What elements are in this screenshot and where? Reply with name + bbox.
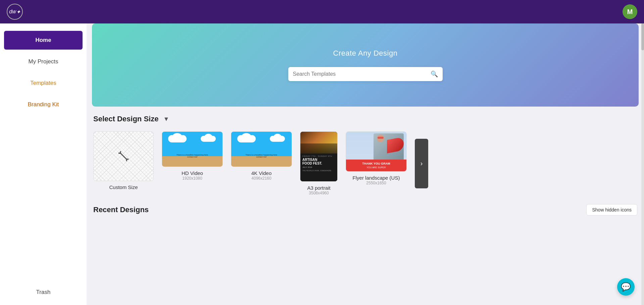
show-hidden-button[interactable]: Show hidden icons bbox=[586, 204, 637, 216]
hd-video-label: HD Video bbox=[182, 170, 203, 176]
chat-button[interactable]: 💬 bbox=[617, 278, 635, 296]
a3-portrait-thumbnail: FRIDAY 7TH - SUNDAY 9TH ARTISANFOOD FEST… bbox=[300, 131, 338, 182]
recent-designs-section: Recent Designs Show hidden icons bbox=[87, 199, 644, 219]
flyer-landscape-thumbnail: THANK YOU GRAMYOU ARE SUPER bbox=[346, 131, 407, 172]
logo[interactable]: dw✦ bbox=[7, 4, 23, 20]
a3-portrait-label: A3 portrait bbox=[307, 185, 330, 191]
4k-video-label: 4K Video bbox=[251, 170, 272, 176]
sidebar-spacer bbox=[0, 116, 87, 281]
design-size-title: Select Design Size bbox=[93, 115, 158, 123]
design-card-a3-portrait[interactable]: FRIDAY 7TH - SUNDAY 9TH ARTISANFOOD FEST… bbox=[300, 131, 338, 195]
top-navigation: dw✦ M bbox=[0, 0, 644, 23]
flyer-landscape-label: Flyer landscape (US) bbox=[353, 175, 400, 181]
design-card-hd-video[interactable]: There is a headline happening herecontac… bbox=[162, 131, 223, 181]
design-cards-row: Custom Size bbox=[93, 131, 637, 195]
design-card-flyer-landscape[interactable]: THANK YOU GRAMYOU ARE SUPER Flyer landsc… bbox=[346, 131, 407, 185]
hd-video-art: There is a headline happening herecontac… bbox=[162, 132, 222, 167]
chat-icon: 💬 bbox=[621, 282, 631, 292]
main-content: Create Any Design 🔍 Select Design Size ▼ bbox=[87, 23, 644, 305]
next-button[interactable]: › bbox=[415, 139, 428, 188]
search-icon: 🔍 bbox=[431, 70, 438, 78]
custom-size-label: Custom Size bbox=[109, 184, 138, 190]
search-input[interactable] bbox=[293, 71, 431, 77]
sidebar-item-my-projects[interactable]: My Projects bbox=[4, 52, 83, 71]
design-size-header: Select Design Size ▼ bbox=[93, 115, 637, 123]
custom-size-thumbnail bbox=[93, 131, 154, 181]
hd-video-thumbnail: There is a headline happening herecontac… bbox=[162, 131, 223, 167]
recent-designs-title: Recent Designs bbox=[93, 205, 149, 214]
sidebar-item-branding-kit[interactable]: Branding Kit bbox=[4, 95, 83, 114]
design-card-custom[interactable]: Custom Size bbox=[93, 131, 154, 190]
sidebar-item-templates[interactable]: Templates bbox=[4, 74, 83, 93]
sidebar: Home My Projects Templates Branding Kit … bbox=[0, 23, 87, 305]
avatar[interactable]: M bbox=[623, 4, 637, 19]
hd-video-dimensions: 1920x1080 bbox=[182, 176, 202, 181]
design-size-section: Select Design Size ▼ bbox=[87, 107, 644, 199]
hero-banner: Create Any Design 🔍 bbox=[92, 23, 639, 107]
design-card-4k-video[interactable]: There is a headline happening herecontac… bbox=[231, 131, 292, 181]
scrollbar-thumb[interactable] bbox=[641, 23, 644, 50]
sidebar-item-home[interactable]: Home bbox=[4, 31, 83, 50]
4k-video-dimensions: 4096x2160 bbox=[251, 176, 271, 181]
custom-size-icon bbox=[117, 150, 130, 162]
flyer-landscape-dimensions: 2550x1650 bbox=[366, 181, 386, 185]
a3-portrait-dimensions: 3508x4960 bbox=[309, 191, 329, 195]
search-bar[interactable]: 🔍 bbox=[288, 67, 443, 81]
sidebar-item-trash[interactable]: Trash bbox=[4, 283, 83, 302]
4k-video-art: There is a headline happening herecontac… bbox=[231, 132, 292, 167]
hero-title: Create Any Design bbox=[333, 49, 398, 58]
scrollbar[interactable] bbox=[641, 23, 644, 305]
filter-icon[interactable]: ▼ bbox=[163, 116, 169, 123]
4k-video-thumbnail: There is a headline happening herecontac… bbox=[231, 131, 292, 167]
flyer-red-bar: THANK YOU GRAMYOU ARE SUPER bbox=[346, 160, 406, 171]
